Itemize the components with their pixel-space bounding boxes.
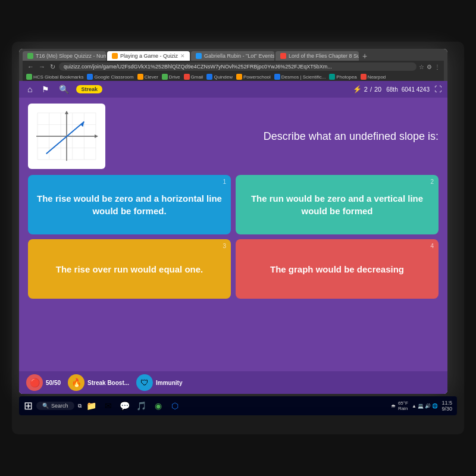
tab-4-favicon	[280, 53, 286, 59]
tab-2-favicon	[112, 53, 118, 59]
taskbar-mail-icon[interactable]: ✉	[102, 399, 115, 412]
answer-text-1: The rise would be zero and a horizontal …	[36, 192, 223, 217]
coordinate-graph	[32, 107, 102, 165]
answer-number-4: 4	[430, 243, 434, 249]
tab-3-favicon	[196, 53, 202, 59]
question-counter: ⚡ 2 / 20	[353, 85, 381, 93]
system-icons[interactable]: ▲ 💻 🔊 🌐	[412, 403, 439, 409]
menu-icon[interactable]: ⋮	[434, 64, 440, 70]
new-tab-button[interactable]: +	[360, 51, 369, 61]
taskbar-music-icon[interactable]: 🎵	[135, 399, 148, 412]
flag-button[interactable]: ⚑	[39, 83, 52, 95]
question-text: Describe what an undefined slope is:	[114, 130, 439, 143]
extension-icon[interactable]: ⚙	[427, 64, 432, 70]
rank-display: 68th 6041 4243	[386, 86, 430, 93]
answer-card-2[interactable]: 2 The run would be zero and a vertical l…	[236, 175, 439, 234]
fire-icon: 🔴	[26, 374, 43, 391]
search-icon: 🔍	[42, 403, 49, 409]
quiz-content: Describe what an undefined slope is: 1 T…	[19, 98, 447, 371]
bookmark-photopea[interactable]: Photopea	[329, 74, 356, 80]
quiz-app: ⌂ ⚑ 🔍 Streak ⚡ 2 / 20 68th 6041 4243	[19, 81, 447, 394]
bookmark-desmos[interactable]: Desmos | Scientific...	[274, 74, 326, 80]
bookmark-drive-icon	[162, 74, 168, 80]
browser-window: T16 (Mo) Slope Quizizz - Num... ✕ Playin…	[19, 49, 447, 394]
shield-icon: 🛡	[136, 374, 153, 391]
fullscreen-button[interactable]: ⛶	[434, 85, 441, 93]
answer-number-2: 2	[430, 178, 434, 185]
bookmark-ps-icon	[236, 74, 242, 80]
streak-badge: Streak	[76, 85, 102, 93]
power-bar: 🔴 50/50 🔥 Streak Boost... 🛡 Immunity	[19, 371, 447, 394]
power-5050-label: 50/50	[46, 380, 61, 386]
bookmark-drive[interactable]: Drive	[162, 74, 180, 80]
bookmark-powerschool[interactable]: Powerschool	[236, 74, 271, 80]
taskbar: ⊞ 🔍 Search ⧉ 📁 ✉ 💬 🎵 ◉ ⬡ 🌧 65°F Rain ▲ 💻…	[19, 396, 457, 415]
tabs-row: T16 (Mo) Slope Quizizz - Num... ✕ Playin…	[23, 51, 444, 61]
score-display: 6041 4243	[402, 86, 430, 93]
answer-card-4[interactable]: 4 The graph would be decreasing	[236, 239, 439, 299]
home-button[interactable]: ⌂	[25, 83, 35, 95]
power-immunity-label: Immunity	[156, 380, 182, 386]
taskbar-explorer-icon[interactable]: 📁	[85, 399, 98, 412]
bookmark-gmail[interactable]: Gmail	[184, 74, 203, 80]
answer-number-1: 1	[223, 178, 226, 185]
tab-2-active[interactable]: Playing a Game - Quiziz ✕	[107, 51, 190, 61]
bookmark-gmail-icon	[184, 74, 190, 80]
zoom-button[interactable]: 🔍	[57, 83, 71, 95]
taskview-button[interactable]: ⧉	[78, 403, 82, 409]
svg-marker-14	[95, 134, 98, 138]
taskbar-edge-icon[interactable]: ⬡	[168, 399, 181, 412]
taskbar-chat-icon[interactable]: 💬	[118, 399, 131, 412]
bookmark-classroom-icon	[87, 74, 93, 80]
bookmark-clever[interactable]: Clever	[137, 74, 158, 80]
answer-text-3: The rise over run would equal one.	[56, 263, 203, 275]
answer-number-3: 3	[223, 243, 226, 249]
bookmark-classroom[interactable]: Google Classroom	[87, 74, 133, 80]
question-area: Describe what an undefined slope is:	[28, 104, 439, 169]
tab-1-favicon	[27, 53, 33, 59]
bookmark-star-icon[interactable]: ☆	[419, 64, 424, 70]
power-immunity[interactable]: 🛡 Immunity	[136, 374, 182, 391]
graph-image	[28, 104, 105, 169]
search-bar[interactable]: 🔍 Search	[36, 402, 74, 410]
quiz-toolbar: ⌂ ⚑ 🔍 Streak ⚡ 2 / 20 68th 6041 4243	[19, 81, 447, 98]
answer-text-4: The graph would be decreasing	[270, 263, 404, 275]
taskbar-weather: 🌧 65°F Rain	[391, 400, 408, 411]
search-text: Search	[51, 403, 68, 409]
tab-3[interactable]: Gabriella Rubin - "Lot" Events ... ✕	[191, 51, 274, 61]
clock-display[interactable]: 11:5 9/30	[441, 400, 452, 412]
tab-1[interactable]: T16 (Mo) Slope Quizizz - Num... ✕	[23, 51, 106, 61]
reload-button[interactable]: ↻	[49, 63, 57, 71]
bookmark-desmos-icon	[274, 74, 280, 80]
start-button[interactable]: ⊞	[24, 399, 33, 412]
lightning-icon: ⚡	[353, 85, 362, 93]
answers-grid: 1 The rise would be zero and a horizonta…	[28, 175, 439, 299]
weather-icon: 🌧	[391, 403, 396, 409]
back-button[interactable]: ←	[26, 63, 35, 70]
answer-card-3[interactable]: 3 The rise over run would equal one.	[28, 239, 231, 299]
bookmark-nearpod-icon	[361, 74, 367, 80]
answer-card-1[interactable]: 1 The rise would be zero and a horizonta…	[28, 175, 231, 234]
bookmark-hcs-icon	[26, 74, 32, 80]
taskbar-chrome-icon[interactable]: ◉	[152, 399, 165, 412]
bookmark-quindew-icon	[206, 74, 212, 80]
bookmark-photo-icon	[329, 74, 335, 80]
answer-text-2: The run would be zero and a vertical lin…	[244, 192, 430, 217]
boost-icon: 🔥	[68, 374, 84, 391]
svg-marker-13	[65, 111, 68, 114]
bookmark-clever-icon	[137, 74, 143, 80]
bookmark-quindew[interactable]: Quindew	[206, 74, 233, 80]
power-5050[interactable]: 🔴 50/50	[26, 374, 61, 391]
bookmark-nearpod[interactable]: Nearpod	[361, 74, 386, 80]
bookmarks-bar: HCS Global Bookmarks Google Classroom Cl…	[23, 73, 444, 81]
forward-button[interactable]: →	[37, 63, 46, 70]
power-streak-boost[interactable]: 🔥 Streak Boost...	[68, 374, 129, 391]
tab-4[interactable]: Lord of the Flies Chapter 8 Sum... ✕	[275, 51, 359, 61]
bookmark-hcs[interactable]: HCS Global Bookmarks	[26, 74, 83, 80]
url-bar[interactable]: quizizz.com/join/game/U2FsdGVkX1%252BhlQ…	[59, 62, 416, 71]
power-boost-label: Streak Boost...	[87, 380, 129, 386]
svg-line-15	[46, 122, 84, 154]
address-bar-row: ← → ↻ quizizz.com/join/game/U2FsdGVkX1%2…	[23, 61, 444, 73]
browser-chrome: T16 (Mo) Slope Quizizz - Num... ✕ Playin…	[19, 49, 447, 81]
